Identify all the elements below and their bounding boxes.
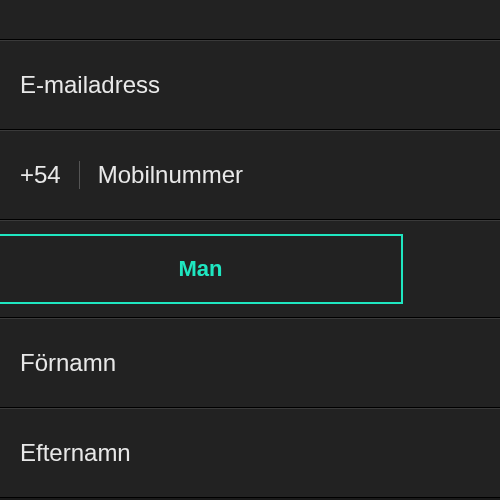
country-code-selector[interactable]: +54	[20, 161, 80, 189]
gender-option-male[interactable]: Man	[0, 234, 403, 304]
email-input[interactable]	[20, 71, 480, 99]
mobile-input[interactable]	[98, 161, 480, 189]
field-row-gender: Man	[0, 220, 500, 318]
hidden-top-input[interactable]	[20, 0, 480, 9]
lastname-input[interactable]	[20, 439, 480, 467]
firstname-input[interactable]	[20, 349, 480, 377]
registration-form: +54 Man	[0, 0, 500, 498]
field-row-hidden-top	[0, 0, 500, 40]
field-row-firstname	[0, 318, 500, 408]
field-row-email	[0, 40, 500, 130]
field-row-phone: +54	[0, 130, 500, 220]
field-row-lastname	[0, 408, 500, 498]
